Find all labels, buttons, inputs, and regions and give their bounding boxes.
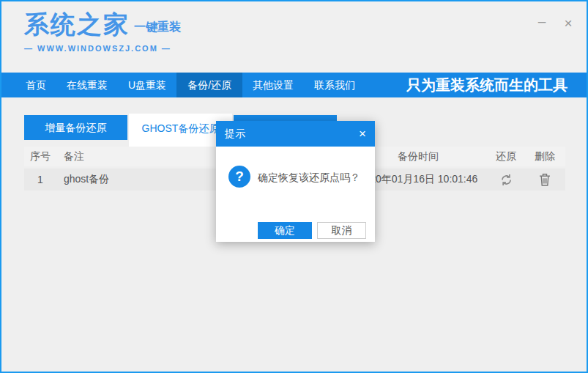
col-header-delete: 删除 bbox=[524, 150, 565, 163]
title-bar: 系统之家 一键重装 — WWW.WINDOWSZJ.COM — – × bbox=[1, 1, 587, 73]
confirm-dialog: 提示 × ? 确定恢复该还原点吗？ 确定 取消 bbox=[216, 121, 375, 242]
nav-item-other-settings[interactable]: 其他设置 bbox=[242, 73, 304, 97]
main-nav: 首页 在线重装 U盘重装 备份/还原 其他设置 联系我们 只为重装系统而生的工具 bbox=[1, 73, 587, 97]
logo: 系统之家 一键重装 bbox=[24, 12, 181, 37]
minimize-icon[interactable]: – bbox=[534, 15, 550, 32]
nav-item-contact-us[interactable]: 联系我们 bbox=[304, 73, 365, 97]
nav-item-usb-reinstall[interactable]: U盘重装 bbox=[118, 73, 176, 97]
close-icon[interactable]: × bbox=[560, 15, 576, 32]
restore-icon[interactable] bbox=[499, 173, 513, 187]
app-window: 系统之家 一键重装 — WWW.WINDOWSZJ.COM — – × 首页 在… bbox=[0, 0, 588, 373]
logo-subtitle: 一键重装 bbox=[134, 20, 181, 35]
dialog-body: ? 确定恢复该还原点吗？ 确定 取消 bbox=[216, 147, 375, 242]
logo-text: 系统之家 bbox=[24, 12, 130, 37]
col-header-index: 序号 bbox=[24, 150, 56, 163]
trash-icon[interactable] bbox=[539, 173, 551, 186]
nav-item-home[interactable]: 首页 bbox=[15, 73, 56, 97]
col-header-restore: 还原 bbox=[488, 150, 524, 163]
nav-slogan: 只为重装系统而生的工具 bbox=[406, 73, 587, 97]
cancel-button[interactable]: 取消 bbox=[317, 222, 366, 239]
dialog-message: 确定恢复该还原点吗？ bbox=[258, 171, 360, 185]
question-icon: ? bbox=[228, 166, 250, 188]
window-controls: – × bbox=[534, 15, 576, 32]
nav-item-online-reinstall[interactable]: 在线重装 bbox=[56, 73, 118, 97]
dialog-title: 提示 bbox=[216, 128, 245, 141]
dialog-header: 提示 × bbox=[216, 121, 375, 147]
website-tagline: — WWW.WINDOWSZJ.COM — bbox=[24, 44, 171, 53]
ok-button[interactable]: 确定 bbox=[258, 222, 312, 239]
row-index: 1 bbox=[24, 174, 56, 185]
dialog-close-icon[interactable]: × bbox=[350, 121, 375, 147]
nav-item-backup-restore[interactable]: 备份/还原 bbox=[176, 73, 242, 97]
tab-incremental-backup-restore[interactable]: 增量备份还原 bbox=[24, 115, 127, 140]
